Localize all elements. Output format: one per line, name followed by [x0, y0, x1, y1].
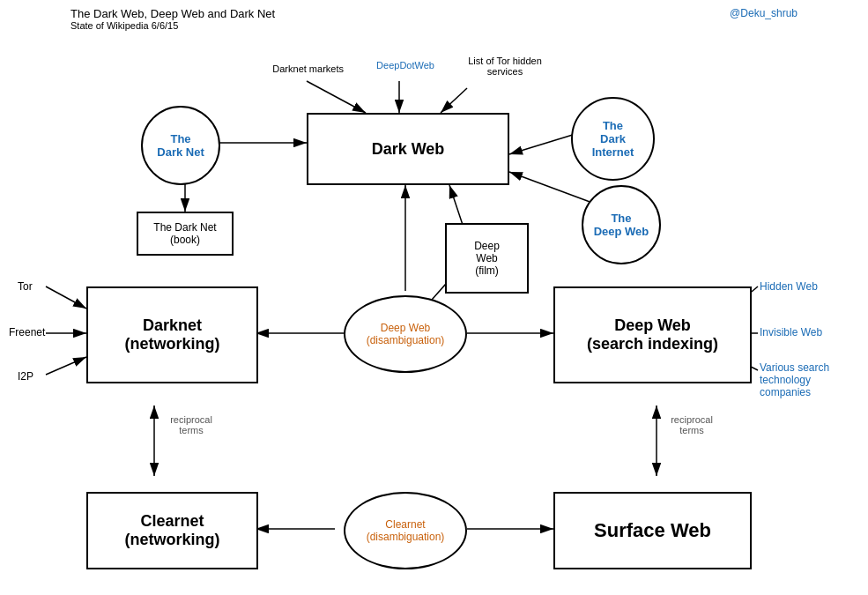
- surface-web-node: Surface Web: [553, 492, 752, 569]
- dark-net-circle-label: TheDark Net: [157, 132, 204, 159]
- darknet-markets-label: Darknet markets: [256, 63, 344, 74]
- various-search-label: Various search technology companies: [760, 361, 857, 398]
- deep-web-disambig-label: Deep Web(disambiguation): [367, 322, 445, 346]
- clearnet-networking-node: Clearnet(networking): [86, 492, 258, 569]
- svg-line-3: [509, 134, 575, 154]
- svg-line-18: [46, 286, 86, 309]
- clearnet-networking-label: Clearnet(networking): [125, 512, 220, 549]
- deep-web-indexing-label: Deep Web(search indexing): [587, 316, 718, 353]
- dark-internet-label: TheDarkInternet: [592, 119, 634, 159]
- deep-web-indexing-node: Deep Web(search indexing): [553, 286, 752, 383]
- clearnet-disambig-label: Clearnet(disambiguation): [367, 518, 445, 543]
- deep-web-top-label: TheDeep Web: [594, 212, 649, 238]
- svg-line-6: [307, 81, 366, 113]
- dark-web-node: Dark Web: [307, 113, 509, 185]
- title-main: The Dark Web, Deep Web and Dark Net: [70, 7, 275, 20]
- svg-line-8: [441, 88, 467, 113]
- svg-line-20: [46, 357, 86, 375]
- reciprocal-right-label: reciprocal terms: [661, 414, 723, 435]
- freenet-label: Freenet: [9, 326, 45, 338]
- diagram-container: The Dark Web, Deep Web and Dark Net Stat…: [0, 0, 868, 595]
- deep-web-film-label: DeepWeb(film): [474, 240, 500, 277]
- invisible-web-label: Invisible Web: [760, 326, 822, 338]
- tor-label: Tor: [18, 280, 33, 293]
- dark-net-book-node: The Dark Net(book): [137, 212, 234, 256]
- dark-net-book-label: The Dark Net(book): [153, 221, 216, 246]
- title-block: The Dark Web, Deep Web and Dark Net Stat…: [70, 7, 275, 31]
- i2p-label: I2P: [18, 370, 33, 383]
- darknet-networking-label: Darknet(networking): [125, 316, 220, 353]
- deep-web-disambig-node: Deep Web(disambiguation): [344, 295, 467, 373]
- svg-line-4: [509, 172, 592, 203]
- deep-web-top-node: TheDeep Web: [582, 185, 661, 264]
- title-sub: State of Wikipedia 6/6/15: [70, 20, 275, 31]
- clearnet-disambig-node: Clearnet(disambiguation): [344, 492, 467, 569]
- hidden-web-label: Hidden Web: [760, 280, 818, 293]
- reciprocal-left-label: reciprocal terms: [160, 414, 222, 435]
- deep-web-film-node: DeepWeb(film): [445, 223, 529, 294]
- deepdotweb-label: DeepDotWeb: [370, 60, 441, 71]
- surface-web-label: Surface Web: [594, 519, 711, 542]
- darknet-networking-node: Darknet(networking): [86, 286, 258, 383]
- dark-web-label: Dark Web: [372, 140, 445, 159]
- list-tor-label: List of Tor hidden services: [461, 56, 549, 77]
- dark-internet-node: TheDarkInternet: [571, 97, 655, 181]
- dark-net-circle-node: TheDark Net: [141, 106, 220, 185]
- attribution: @Deku_shrub: [730, 7, 798, 19]
